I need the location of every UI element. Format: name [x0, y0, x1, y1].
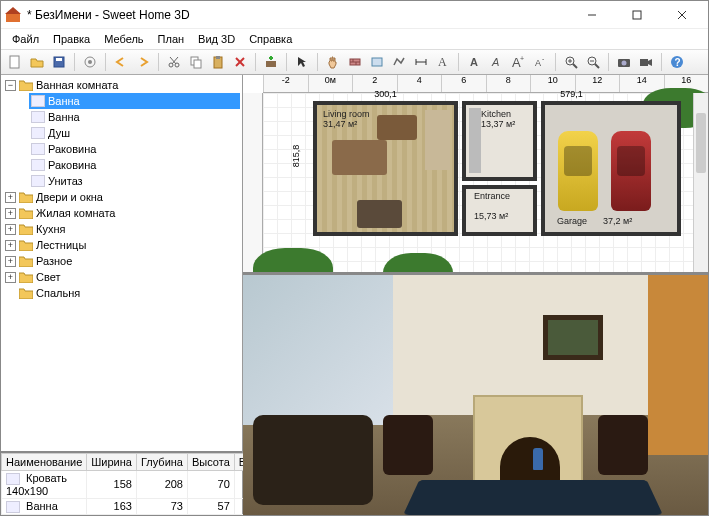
minimize-button[interactable]: [570, 2, 614, 28]
photo-button[interactable]: [614, 52, 634, 72]
sofa-icon[interactable]: [332, 140, 387, 175]
tree-node-item[interactable]: Раковина: [29, 157, 240, 173]
video-button[interactable]: [636, 52, 656, 72]
text-bold-button[interactable]: A: [464, 52, 484, 72]
item-icon: [31, 127, 45, 139]
collapse-icon[interactable]: −: [5, 80, 16, 91]
scrollbar-thumb[interactable]: [696, 113, 706, 173]
menu-bar: Файл Правка Мебель План Вид 3D Справка: [1, 29, 708, 49]
plan-view[interactable]: -20м246810121416 300,1 579,1 Living room…: [243, 75, 708, 275]
view-3d[interactable]: [243, 275, 708, 515]
expand-icon[interactable]: +: [5, 224, 16, 235]
delete-button[interactable]: [230, 52, 250, 72]
room-tool[interactable]: [367, 52, 387, 72]
room-entrance[interactable]: Entrance 15,73 м²: [462, 185, 537, 236]
svg-rect-48: [640, 59, 648, 66]
copy-button[interactable]: [186, 52, 206, 72]
menu-3d[interactable]: Вид 3D: [191, 31, 242, 47]
expand-icon[interactable]: +: [5, 272, 16, 283]
tree-node-item[interactable]: Душ: [29, 125, 240, 141]
svg-point-10: [88, 60, 92, 64]
svg-text:A: A: [535, 58, 541, 68]
counter-icon[interactable]: [469, 108, 481, 173]
room-name: Kitchen: [481, 109, 511, 119]
expand-icon[interactable]: +: [5, 240, 16, 251]
tree-node-item[interactable]: Раковина: [29, 141, 240, 157]
svg-rect-8: [56, 58, 62, 61]
scrollbar-vertical[interactable]: [693, 93, 708, 272]
help-button[interactable]: ?: [667, 52, 687, 72]
col-name[interactable]: Наименование: [2, 453, 87, 470]
tree-node-category[interactable]: Спальня: [3, 285, 240, 301]
col-height[interactable]: Высота: [187, 453, 234, 470]
tree-node-item[interactable]: Ванна: [29, 93, 240, 109]
car-red[interactable]: [611, 131, 651, 211]
wall-tool[interactable]: [345, 52, 365, 72]
item-icon: [31, 159, 45, 171]
menu-help[interactable]: Справка: [242, 31, 299, 47]
text-tool[interactable]: A: [433, 52, 453, 72]
zoom-in-button[interactable]: [561, 52, 581, 72]
text-dec-button[interactable]: A-: [530, 52, 550, 72]
menu-file[interactable]: Файл: [5, 31, 46, 47]
expand-icon[interactable]: +: [5, 208, 16, 219]
item-icon: [6, 473, 20, 485]
menu-edit[interactable]: Правка: [46, 31, 97, 47]
close-button[interactable]: [660, 2, 704, 28]
add-furniture-button[interactable]: [261, 52, 281, 72]
expand-icon[interactable]: +: [5, 192, 16, 203]
tree-node-category[interactable]: +Свет: [3, 269, 240, 285]
cut-button[interactable]: [164, 52, 184, 72]
room-area: 37,2 м²: [603, 216, 632, 226]
text-italic-button[interactable]: A: [486, 52, 506, 72]
menu-plan[interactable]: План: [151, 31, 192, 47]
pref-button[interactable]: [80, 52, 100, 72]
select-tool[interactable]: [292, 52, 312, 72]
car-yellow[interactable]: [558, 131, 598, 211]
tree-node-category[interactable]: +Двери и окна: [3, 189, 240, 205]
dimension-tool[interactable]: [411, 52, 431, 72]
tree-node-category[interactable]: +Разное: [3, 253, 240, 269]
col-width[interactable]: Ширина: [87, 453, 137, 470]
zoom-out-button[interactable]: [583, 52, 603, 72]
sofa-icon[interactable]: [377, 115, 417, 140]
furniture-table: Наименование Ширина Глубина Высота Видим…: [1, 451, 242, 515]
tree-label: Ванна: [48, 111, 80, 123]
table-icon[interactable]: [357, 200, 402, 228]
svg-text:+: +: [520, 55, 524, 62]
save-button[interactable]: [49, 52, 69, 72]
tree-node-category[interactable]: +Кухня: [3, 221, 240, 237]
room-living[interactable]: Living room 31,47 м²: [313, 101, 458, 236]
text-inc-button[interactable]: A+: [508, 52, 528, 72]
tree-node-item[interactable]: Унитаз: [29, 173, 240, 189]
pan-tool[interactable]: [323, 52, 343, 72]
svg-rect-0: [6, 13, 20, 22]
cabinet-icon[interactable]: [425, 110, 450, 170]
floor-plan: 300,1 579,1 Living room 31,47 м² Kitchen…: [313, 101, 683, 275]
svg-text:?: ?: [675, 57, 681, 68]
undo-button[interactable]: [111, 52, 131, 72]
cell-depth: 208: [136, 470, 187, 498]
tree-node-item[interactable]: Ванна: [29, 109, 240, 125]
new-button[interactable]: [5, 52, 25, 72]
room-kitchen[interactable]: Kitchen 13,37 м²: [462, 101, 537, 181]
plan-canvas[interactable]: 300,1 579,1 Living room 31,47 м² Kitchen…: [263, 93, 708, 272]
open-button[interactable]: [27, 52, 47, 72]
expand-icon: [5, 288, 16, 299]
tree-node-category[interactable]: +Лестницы: [3, 237, 240, 253]
tree-node-root[interactable]: − Ванная комната: [3, 77, 240, 93]
menu-furniture[interactable]: Мебель: [97, 31, 150, 47]
redo-button[interactable]: [133, 52, 153, 72]
paste-button[interactable]: [208, 52, 228, 72]
catalog-tree[interactable]: − Ванная комната Ванна Ванна Душ Раковин…: [1, 75, 242, 451]
svg-text:A: A: [438, 55, 447, 69]
col-depth[interactable]: Глубина: [136, 453, 187, 470]
maximize-button[interactable]: [615, 2, 659, 28]
tree-label: Свет: [36, 271, 60, 283]
tree-node-category[interactable]: +Жилая комната: [3, 205, 240, 221]
chair: [383, 415, 433, 475]
polyline-tool[interactable]: [389, 52, 409, 72]
cell-height: 70: [187, 470, 234, 498]
expand-icon[interactable]: +: [5, 256, 16, 267]
tree-label: Унитаз: [48, 175, 83, 187]
